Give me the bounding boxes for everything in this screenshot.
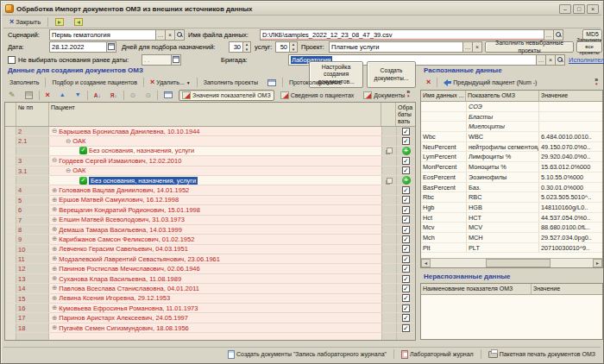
process-checkbox[interactable]: ✓ xyxy=(402,206,410,214)
create-journal-records-button[interactable]: Создать документы "Запись лабораторного … xyxy=(224,348,390,361)
patient-table-row[interactable]: 6⊕Верещагин Кондратий Родионович, 15.01.… xyxy=(5,205,415,215)
patient-cell[interactable]: ⊕Панинов Ростислав Мечиславович, 02.06.1… xyxy=(49,264,381,273)
recognized-data-row[interactable]: RbcRBC5.023.505.5010^.. xyxy=(421,192,602,203)
project-field[interactable]: Платные услуги … × xyxy=(329,41,482,53)
horizontal-scrollbar[interactable]: ◄ ► xyxy=(421,258,602,267)
process-checkbox[interactable]: ✓ xyxy=(402,275,410,283)
patient-table-row[interactable]: 2⊖Барышева Бронислава Данилевна, 10.10.1… xyxy=(5,127,415,136)
process-checkbox[interactable]: ✓ xyxy=(402,216,410,223)
recognized-data-row[interactable]: NeuPercentнейтрофилы сегментоядерн..49.1… xyxy=(421,142,602,153)
process-checkbox[interactable]: ✓ xyxy=(402,128,410,135)
empty-table-row[interactable] xyxy=(5,333,415,341)
patient-cell[interactable]: ⊕Левченко Герасим Савельевич, 04.03.1951 xyxy=(49,245,381,254)
header-indicator-column[interactable]: Показатель ОМЗ xyxy=(466,91,539,101)
batch-print-button[interactable]: Пакетная печать документов ОМЗ xyxy=(485,349,599,360)
header-indicator-name-column[interactable]: Наименование показателя ОМЗ xyxy=(421,284,532,294)
collapse-rows-button[interactable]: ⊙ xyxy=(127,90,140,101)
file-open-button[interactable] xyxy=(553,30,563,40)
patient-cell[interactable]: ⊖ОАК xyxy=(49,166,381,175)
add-document-button[interactable]: + xyxy=(402,147,411,155)
patient-cell[interactable]: ✓Без основания, назначения, услуги xyxy=(49,176,381,185)
tree-expand-icon[interactable]: ⊕ xyxy=(52,285,57,292)
recognized-data-row[interactable]: Миелоциты xyxy=(421,122,602,132)
skip-before-date-checkbox[interactable] xyxy=(8,56,16,64)
process-checkbox[interactable]: ✓ xyxy=(402,304,410,312)
patient-cell[interactable]: ⊕Кумовьева Ефросинья Романовна, 11.01.19… xyxy=(49,304,381,312)
move-down-button[interactable]: ▼ xyxy=(72,90,85,100)
file-choose-button[interactable]: … xyxy=(544,30,553,40)
toggle-omz-values[interactable]: Значения показателей ОМЗ xyxy=(179,90,274,101)
recognized-data-row[interactable]: LymPercentЛимфоциты %29.920.040.0%0.. xyxy=(421,152,602,162)
link-icon[interactable] xyxy=(387,178,393,184)
recognized-data-row[interactable]: MchMCH29.527.034.0pg0.. xyxy=(421,233,602,243)
maximize-button[interactable]: □ xyxy=(573,4,585,14)
scroll-right-icon[interactable]: ► xyxy=(593,259,602,267)
tree-expand-icon[interactable]: ⊕ xyxy=(52,217,57,223)
process-checkbox[interactable]: ✓ xyxy=(402,157,410,165)
toggle-patient-info[interactable]: Сведения о пациентах xyxy=(277,90,358,101)
patient-cell[interactable]: ⊕Верещагин Кондратий Родионович, 15.01.1… xyxy=(49,205,381,214)
fill-all-projects-button[interactable]: Заполнить все проекты xyxy=(576,41,602,53)
fill-unselected-projects-button[interactable]: Заполнить невыбранные проекты xyxy=(485,41,574,53)
patient-table-row[interactable]: ✓Без основания, назначения, услуги+ xyxy=(5,176,415,185)
patient-table-row[interactable]: 12⊕Панинов Ростислав Мечиславович, 02.06… xyxy=(5,264,415,273)
save-row-button[interactable] xyxy=(22,90,36,101)
brigade-open-button[interactable] xyxy=(555,55,564,65)
recognized-data-row[interactable]: BasPercentБаз.0.30.01.0%000 xyxy=(421,183,602,193)
tree-expand-icon[interactable]: ⊕ xyxy=(52,197,57,204)
process-checkbox[interactable]: ✓ xyxy=(402,226,410,234)
header-value-column[interactable]: Значение xyxy=(539,91,602,101)
recognized-data-row[interactable]: Бласты xyxy=(421,112,602,122)
scroll-left-icon[interactable]: ◄ xyxy=(421,259,431,267)
recognized-data-row[interactable]: MonPercentМоноциты %15.63.012.0%000 xyxy=(421,162,602,173)
process-checkbox[interactable]: ✓ xyxy=(402,196,410,204)
recognized-data-row[interactable]: PltPLT20710030010^9.. xyxy=(421,243,602,254)
tree-expand-icon[interactable]: ⊕ xyxy=(52,304,57,311)
close-window-button[interactable]: × xyxy=(587,4,599,14)
process-checkbox[interactable]: ✓ xyxy=(402,255,410,263)
tree-expand-icon[interactable]: ⊕ xyxy=(52,246,57,253)
patient-cell[interactable]: ⊖Барышева Бронислава Данилевна, 10.10.19… xyxy=(49,127,381,135)
recognized-data-row[interactable]: McvMCV88.680.0100.0fL.. xyxy=(421,223,602,233)
recognized-data-row[interactable]: WbcWBC6.484.0010.0010.. xyxy=(421,132,602,142)
project-choose-button[interactable]: … xyxy=(462,42,472,52)
patient-cell[interactable]: ✓Без основания, назначения, услуги xyxy=(49,147,381,155)
recognized-data-row[interactable]: СОЭ xyxy=(421,102,602,112)
patient-table-row[interactable]: 4⊕Голованов Вацлав Даниилович, 14.01.195… xyxy=(5,185,415,195)
tree-expand-icon[interactable]: ⊕ xyxy=(52,275,57,282)
patient-cell[interactable]: ⊕Суханова Клара Васильевна, 11.08.1989 xyxy=(49,274,381,283)
process-checkbox[interactable]: ✓ xyxy=(402,294,410,302)
tree-expand-icon[interactable]: ⊕ xyxy=(52,315,57,322)
header-data-name-column[interactable]: Имя данных ... xyxy=(421,91,466,101)
skip-date-calendar-button[interactable] xyxy=(171,55,180,65)
process-checkbox[interactable]: ✓ xyxy=(402,235,410,243)
fill-button[interactable]: Заполнить xyxy=(6,78,42,87)
services-field[interactable]: 50 ▲▼ xyxy=(275,41,298,53)
process-checkbox[interactable]: ✓ xyxy=(402,314,410,322)
patient-table-row[interactable]: 2.1⊖ОАК✓ xyxy=(5,136,415,146)
logging-button[interactable]: Протоколирование xyxy=(286,78,346,87)
sort-asc-button[interactable]: А↓ xyxy=(91,91,104,100)
tree-expand-icon[interactable]: ⊕ xyxy=(52,226,57,233)
patient-table-row[interactable]: 3.1⊖ОАК✓ xyxy=(5,166,415,176)
patient-cell[interactable]: ⊕Левина Ксения Игоревна, 29.12.1953 xyxy=(49,294,381,303)
add-document-button[interactable]: + xyxy=(402,176,411,185)
patient-cell[interactable]: ⊕Модзалевский Лаврентий Севастьянович, 2… xyxy=(49,254,381,263)
days-spinner[interactable]: ▲▼ xyxy=(242,42,250,52)
patient-cell[interactable]: ⊖ОАК xyxy=(49,136,381,145)
services-spinner[interactable]: ▲▼ xyxy=(289,42,297,52)
patient-cell[interactable]: ⊕Пугачёв Семен Сигизмундович, 18.08.1956 xyxy=(49,323,381,332)
save-settings-button[interactable] xyxy=(71,16,86,28)
patient-table-row[interactable]: 7⊕Елшин Матвей Всеволодович, 31.03.1973✓ xyxy=(5,216,415,225)
spinner-down-icon[interactable]: ▼ xyxy=(290,47,297,53)
patient-table-row[interactable]: 15⊕Левина Ксения Игоревна, 29.12.1953✓ xyxy=(5,294,415,304)
tree-expand-icon[interactable]: ⊕ xyxy=(52,187,57,194)
minimize-button[interactable]: – xyxy=(559,4,571,14)
header-patient-column[interactable]: Пациент xyxy=(49,103,381,126)
recognized-toolbar-overflow-button[interactable]: »▼ xyxy=(595,78,598,86)
tree-expand-icon[interactable]: ⊕ xyxy=(52,324,57,331)
link-icon[interactable] xyxy=(387,147,393,154)
tree-expand-icon[interactable]: ⊕ xyxy=(52,295,57,302)
scenario-field[interactable]: Пермь гематология … × xyxy=(49,29,185,41)
patient-table-row[interactable]: 11⊕Модзалевский Лаврентий Севастьянович,… xyxy=(5,254,415,264)
